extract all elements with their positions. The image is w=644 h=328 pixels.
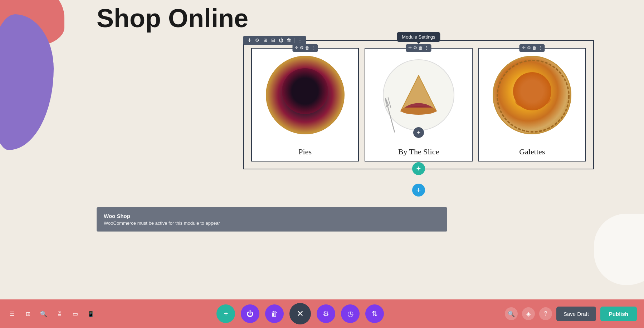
slice-wrapper	[379, 54, 458, 136]
col-settings-icon-pies[interactable]: ⚙	[300, 45, 304, 51]
grid-icon[interactable]: ⊟	[270, 37, 276, 44]
main-content: Shop Online ✛ ⚙ ⊞ ⊟ ⏻ 🗑 ⋮ ✛ ⚙ 🗑 ⋮	[0, 0, 644, 299]
add-section-button[interactable]: +	[412, 162, 425, 175]
bottom-toolbar: ☰ ⊞ 🔍 🖥 ▭ 📱 + ⏻ 🗑 ✕ ⚙ ◷ ⇅ 🔍 ◈ ? Save Dra…	[0, 299, 644, 328]
grid-view-icon[interactable]: ⊞	[23, 309, 33, 319]
menu-icon[interactable]: ☰	[7, 309, 17, 319]
svg-point-6	[497, 60, 569, 132]
col-more-icon-galettes[interactable]: ⋮	[538, 45, 542, 51]
col-more-icon-pies[interactable]: ⋮	[311, 45, 315, 51]
responsive-button[interactable]: ⇅	[365, 304, 384, 323]
product-image-galettes	[479, 49, 585, 141]
tablet-icon[interactable]: ▭	[70, 309, 80, 319]
module-tooltip: Module Settings	[397, 32, 440, 42]
galette-pie-image	[493, 56, 571, 134]
publish-button[interactable]: Publish	[600, 307, 637, 321]
grid-module: ✛ ⚙ 🗑 ⋮ Pies Module Settings ✛ ⚙ 🗑	[243, 40, 594, 169]
module-outer-toolbar: ✛ ⚙ ⊞ ⊟ ⏻ 🗑 ⋮	[243, 36, 306, 45]
col-trash-icon-galettes[interactable]: 🗑	[532, 45, 537, 51]
svg-point-8	[531, 78, 550, 93]
col-toolbar-galettes: ✛ ⚙ 🗑 ⋮	[519, 44, 545, 52]
col-move-icon-pies[interactable]: ✛	[295, 45, 298, 51]
close-button[interactable]: ✕	[289, 303, 311, 324]
product-col-slice: Module Settings ✛ ⚙ 🗑 ⋮	[365, 48, 472, 161]
search-icon[interactable]: 🔍	[39, 309, 49, 319]
trash-icon[interactable]: 🗑	[286, 37, 292, 44]
product-label-pies: Pies	[298, 141, 312, 161]
product-label-galettes: Galettes	[519, 141, 545, 161]
add-new-button[interactable]: +	[216, 304, 235, 323]
desktop-icon[interactable]: 🖥	[54, 309, 64, 319]
galette-decoration	[494, 57, 571, 134]
columns-icon[interactable]: ⊞	[262, 37, 268, 44]
move-icon[interactable]: ✛	[246, 37, 253, 44]
svg-line-5	[388, 97, 391, 108]
col-trash-icon-slice[interactable]: 🗑	[419, 45, 423, 51]
module-container: ✛ ⚙ ⊞ ⊟ ⏻ 🗑 ⋮ ✛ ⚙ 🗑 ⋮ Pies	[243, 40, 594, 169]
product-col-pies: ✛ ⚙ 🗑 ⋮ Pies	[251, 48, 359, 161]
col-move-icon-galettes[interactable]: ✛	[522, 45, 526, 51]
pie-slice-svg	[394, 72, 444, 118]
bottom-right-tools: 🔍 ◈ ? Save Draft Publish	[498, 307, 644, 321]
woo-shop-title: Woo Shop	[104, 213, 440, 219]
add-block-button[interactable]: +	[412, 184, 425, 197]
svg-point-10	[514, 98, 530, 109]
product-image-pies	[252, 49, 358, 141]
svg-point-9	[524, 94, 543, 105]
save-draft-button[interactable]: Save Draft	[556, 307, 596, 321]
page-title: Shop Online	[0, 0, 644, 40]
settings-icon[interactable]: ⚙	[254, 37, 260, 44]
svg-point-11	[536, 96, 552, 107]
power-icon[interactable]: ⏻	[278, 37, 284, 44]
col-toolbar-pies: ✛ ⚙ 🗑 ⋮	[292, 44, 318, 52]
layers-icon[interactable]: ◈	[522, 307, 535, 320]
svg-line-2	[385, 98, 395, 133]
product-col-galettes: ✛ ⚙ 🗑 ⋮	[478, 48, 586, 161]
delete-button[interactable]: 🗑	[265, 304, 284, 323]
more-icon[interactable]: ⋮	[297, 37, 303, 44]
search-right-icon[interactable]: 🔍	[505, 307, 518, 320]
help-icon[interactable]: ?	[539, 307, 552, 320]
svg-point-7	[516, 81, 536, 97]
bottom-left-tools: ☰ ⊞ 🔍 🖥 ▭ 📱	[0, 309, 103, 319]
berry-pie-image	[266, 56, 345, 134]
power-button[interactable]: ⏻	[241, 304, 259, 323]
product-label-slice: By The Slice	[398, 141, 439, 161]
history-button[interactable]: ◷	[341, 304, 360, 323]
col-trash-icon-pies[interactable]: 🗑	[305, 45, 309, 51]
col-move-icon-slice[interactable]: ✛	[408, 45, 412, 51]
col-settings-icon-slice[interactable]: ⚙	[413, 45, 417, 51]
bottom-center-tools: + ⏻ 🗑 ✕ ⚙ ◷ ⇅	[103, 303, 498, 324]
woo-shop-description: WooCommerce must be active for this modu…	[104, 220, 440, 226]
woo-shop-notice: Woo Shop WooCommerce must be active for …	[97, 207, 447, 232]
toolbar-separator	[294, 38, 294, 43]
col-more-icon-slice[interactable]: ⋮	[424, 45, 429, 51]
mobile-icon[interactable]: 📱	[86, 309, 96, 319]
col-settings-icon-galettes[interactable]: ⚙	[527, 45, 531, 51]
col-toolbar-slice: ✛ ⚙ 🗑 ⋮	[406, 44, 431, 52]
module-settings-button[interactable]: ⚙	[317, 304, 335, 323]
product-image-slice: +	[365, 49, 472, 141]
add-inline-button[interactable]: +	[413, 127, 424, 138]
